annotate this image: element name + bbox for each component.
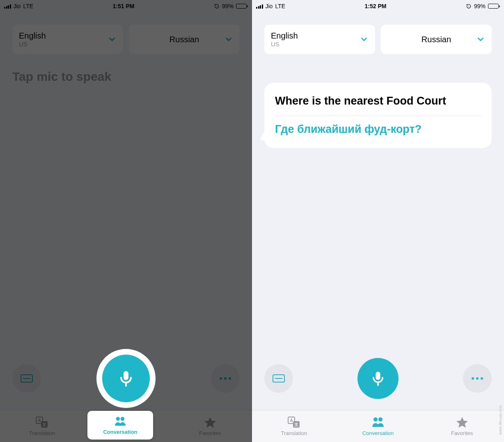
signal-icon — [4, 4, 11, 9]
svg-point-15 — [378, 417, 383, 421]
source-text: Where is the nearest Food Court — [275, 93, 481, 108]
bubble-divider — [275, 116, 481, 116]
tab-label: Conversation — [103, 429, 137, 435]
source-language-select[interactable]: English US — [12, 25, 123, 54]
source-language-select[interactable]: English US — [264, 25, 375, 54]
svg-point-0 — [216, 6, 217, 7]
translation-bubble[interactable]: Where is the nearest Food Court Где ближ… — [264, 83, 492, 148]
action-row — [0, 357, 252, 410]
clock-label: 1:52 PM — [365, 3, 387, 9]
translation-icon: A文 — [35, 416, 48, 428]
status-bar: Jio LTE 1:51 PM 99% — [0, 0, 252, 12]
watermark-label: www.deuaq.com — [498, 405, 502, 435]
translated-text: Где ближайший фуд-корт? — [275, 122, 481, 137]
conversation-area: Tap mic to speak — [0, 54, 252, 357]
keyboard-icon — [273, 374, 285, 383]
signal-icon — [256, 4, 263, 9]
tab-favorites[interactable]: Favorites — [168, 410, 252, 442]
rotation-lock-icon — [466, 3, 472, 9]
svg-point-9 — [468, 6, 469, 7]
tab-favorites[interactable]: Favorites — [420, 410, 504, 442]
battery-icon — [488, 4, 500, 9]
target-language-name: Russian — [422, 35, 451, 44]
conversation-icon — [371, 416, 385, 428]
network-label: LTE — [275, 3, 285, 9]
svg-text:文: 文 — [294, 422, 298, 427]
battery-pct-label: 99% — [222, 3, 234, 9]
tab-translation[interactable]: A文 Translation — [252, 410, 336, 442]
source-language-name: English — [271, 31, 298, 41]
svg-point-7 — [116, 417, 120, 420]
mic-button[interactable] — [102, 355, 150, 402]
favorites-icon — [204, 416, 217, 428]
tab-label: Translation — [29, 430, 55, 436]
chevron-down-icon — [476, 35, 485, 44]
tab-conversation[interactable]: Conversation — [336, 410, 420, 442]
tab-label: Translation — [281, 430, 307, 436]
chevron-down-icon — [360, 35, 369, 44]
conversation-area: Where is the nearest Food Court Где ближ… — [252, 54, 504, 357]
keyboard-icon — [21, 374, 33, 383]
mic-button-wrapper — [355, 356, 401, 401]
svg-point-8 — [121, 417, 124, 420]
language-selector-row: English US Russian — [0, 12, 252, 54]
network-label: LTE — [23, 3, 33, 9]
battery-icon — [236, 4, 248, 9]
screenshot-left: Jio LTE 1:51 PM 99% English US Russian T… — [0, 0, 252, 442]
mic-placeholder-text: Tap mic to speak — [12, 70, 240, 84]
chevron-down-icon — [108, 35, 117, 44]
tab-conversation-spotlight[interactable]: Conversation — [87, 411, 153, 440]
tab-translation[interactable]: A文 Translation — [0, 410, 84, 442]
status-bar: Jio LTE 1:52 PM 99% — [252, 0, 504, 12]
action-row — [252, 357, 504, 410]
keyboard-input-button[interactable] — [264, 364, 293, 393]
source-language-region: US — [271, 41, 298, 48]
mic-button-wrapper — [96, 349, 156, 408]
tab-label: Favorites — [199, 430, 221, 436]
ellipsis-icon — [472, 377, 483, 380]
tab-label: Conversation — [362, 430, 394, 436]
carrier-label: Jio — [266, 3, 273, 9]
target-language-select[interactable]: Russian — [129, 25, 240, 54]
screenshot-right: Jio LTE 1:52 PM 99% English US Russian W… — [252, 0, 504, 442]
carrier-label: Jio — [14, 3, 21, 9]
svg-text:文: 文 — [42, 422, 46, 427]
ellipsis-icon — [220, 377, 231, 380]
microphone-icon — [116, 369, 136, 388]
source-language-region: US — [19, 41, 46, 48]
conversation-icon — [114, 416, 127, 427]
svg-text:A: A — [290, 418, 293, 423]
battery-pct-label: 99% — [474, 3, 486, 9]
source-language-name: English — [19, 31, 46, 41]
language-selector-row: English US Russian — [252, 12, 504, 54]
target-language-name: Russian — [170, 35, 199, 44]
translation-icon: A文 — [287, 416, 300, 428]
tab-label: Favorites — [451, 430, 473, 436]
svg-text:A: A — [38, 418, 41, 423]
mic-button[interactable] — [357, 358, 399, 399]
chevron-down-icon — [224, 35, 233, 44]
favorites-icon — [456, 416, 469, 428]
clock-label: 1:51 PM — [113, 3, 135, 9]
keyboard-input-button[interactable] — [12, 364, 41, 393]
rotation-lock-icon — [214, 3, 220, 9]
target-language-select[interactable]: Russian — [381, 25, 492, 54]
microphone-icon — [369, 369, 387, 387]
svg-point-14 — [373, 417, 378, 421]
more-options-button[interactable] — [463, 364, 492, 393]
more-options-button[interactable] — [211, 364, 240, 393]
tab-bar: A文 Translation Conversation Favorites — [252, 410, 504, 442]
